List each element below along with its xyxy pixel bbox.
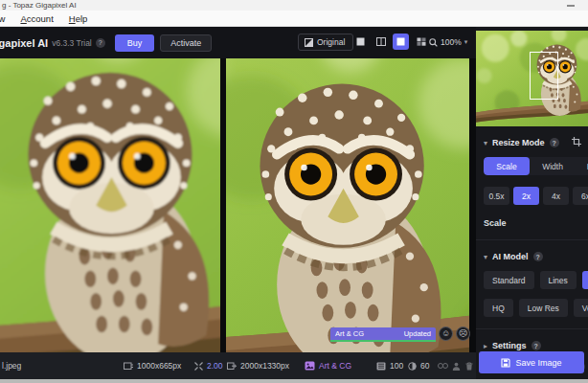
strength-value: 60: [420, 361, 429, 371]
resize-tabs: Scale Width Height: [484, 157, 588, 175]
menu-bar: View Account Help: [0, 11, 588, 27]
save-image-label: Save Image: [515, 358, 561, 368]
menu-help[interactable]: Help: [69, 13, 88, 24]
memory-stat-group: 100: [376, 352, 403, 379]
zoom-level: 100%: [441, 37, 462, 47]
buy-button[interactable]: Buy: [115, 34, 155, 52]
original-toggle-button[interactable]: Original: [298, 34, 353, 51]
original-image-pane[interactable]: [0, 58, 220, 352]
ai-model-title: AI Model: [492, 252, 529, 261]
preview-area: Art & CG Updated ☺ ☹: [0, 58, 476, 352]
minimize-button[interactable]: [567, 5, 575, 7]
model-progress-chip: Art & CG Updated: [330, 327, 436, 340]
resize-mode-title: Resize Mode: [492, 138, 545, 147]
scale-6x-button[interactable]: 6x: [573, 187, 588, 205]
progress-bar: [330, 340, 436, 342]
scale-4x-button[interactable]: 4x: [543, 187, 569, 205]
brand: Gigapixel AI v6.3.3 Trial ?: [0, 37, 105, 49]
model-indicator-group[interactable]: Art & CG: [305, 352, 351, 379]
original-label: Original: [317, 37, 345, 47]
settings-panel: ▾ Resize Mode ? Scale Width Height 0.5x …: [476, 27, 588, 379]
help-badge-icon[interactable]: ?: [533, 252, 543, 261]
settings-header[interactable]: ▸ Settings ?: [476, 341, 588, 350]
progress-status: Updated: [404, 329, 431, 338]
menu-view[interactable]: View: [0, 13, 5, 24]
tab-height[interactable]: Height: [576, 157, 588, 175]
tab-scale[interactable]: Scale: [484, 157, 530, 175]
tab-width[interactable]: Width: [530, 157, 576, 175]
scale-factor: 2.00: [207, 361, 223, 371]
trash-icon[interactable]: [465, 352, 473, 379]
help-badge-icon[interactable]: ?: [531, 341, 541, 350]
output-size-icon: [227, 362, 237, 371]
happy-face-icon[interactable]: ☺: [439, 327, 453, 341]
scale-presets: 0.5x 2x 4x 6x: [484, 187, 588, 205]
model-hq-button[interactable]: HQ: [484, 299, 513, 317]
side-by-side-view-icon: [396, 37, 405, 46]
model-standard-button[interactable]: Standard: [484, 271, 534, 289]
help-badge-icon[interactable]: ?: [96, 38, 105, 48]
output-size-group: 2000x1330px: [227, 352, 289, 379]
ai-model-header[interactable]: ▾ AI Model ?: [476, 252, 588, 261]
model-art-cg-button[interactable]: Art & CG: [582, 271, 588, 289]
progress-model-label: Art & CG: [335, 329, 364, 338]
comparison-view-icon: [417, 37, 426, 46]
status-bar: l.jpeg 1000x665px 2.00 2000x1330px Art &…: [0, 352, 476, 379]
gigapixel-window: g - Topaz Gigapixel AI View Account Help…: [0, 0, 588, 383]
desktop-strip: [0, 379, 588, 383]
single-view-icon: [356, 37, 365, 46]
navigator-thumbnail[interactable]: [476, 31, 588, 126]
magnifier-icon: [429, 38, 438, 47]
chevron-down-icon: ▾: [484, 253, 487, 261]
model-image-icon: [305, 361, 315, 371]
split-view-icon: [376, 37, 386, 46]
zoom-control[interactable]: 100% ▾: [425, 34, 471, 51]
processed-image-pane[interactable]: [226, 58, 469, 352]
chevron-down-icon: ▾: [464, 38, 468, 46]
model-label: Art & CG: [319, 361, 351, 371]
scale-field-label: Scale: [484, 218, 588, 228]
resize-mode-header[interactable]: ▾ Resize Mode ?: [476, 138, 588, 147]
input-size: 1000x665px: [137, 361, 181, 371]
chevron-right-icon: ▸: [484, 342, 487, 350]
divider: [476, 239, 588, 240]
divider: [476, 328, 588, 329]
strength-stat-group: 60: [408, 352, 429, 379]
activate-button[interactable]: Activate: [160, 34, 212, 52]
side-by-side-view-button[interactable]: [393, 34, 409, 50]
sad-face-icon[interactable]: ☹: [456, 327, 470, 341]
split-view-button[interactable]: [373, 34, 389, 50]
help-badge-icon[interactable]: ?: [550, 138, 559, 147]
model-low-res-button[interactable]: Low Res: [519, 299, 568, 317]
face-recovery-icon[interactable]: [438, 352, 448, 379]
save-image-button[interactable]: Save Image: [479, 351, 584, 373]
compare-icon: [305, 38, 313, 47]
single-view-button[interactable]: [352, 34, 369, 50]
memory-card-icon: [376, 362, 386, 371]
person-icon[interactable]: [452, 352, 461, 379]
scale-0-5x-button[interactable]: 0.5x: [484, 187, 509, 205]
model-row-1: Standard Lines Art & CG: [484, 271, 588, 289]
filename: l.jpeg: [2, 352, 21, 379]
input-size-group: 1000x665px: [124, 352, 181, 379]
scale-arrows-icon: [194, 362, 203, 371]
title-bar: g - Topaz Gigapixel AI: [0, 0, 588, 11]
window-title: g - Topaz Gigapixel AI: [2, 1, 77, 10]
crop-icon[interactable]: [572, 137, 581, 146]
output-size: 2000x1330px: [240, 361, 289, 371]
model-row-2: HQ Low Res Very Compressed: [484, 299, 588, 317]
chevron-down-icon: ▾: [484, 139, 487, 147]
save-disk-icon: [501, 358, 510, 368]
original-owl-image: [0, 58, 220, 352]
menu-account[interactable]: Account: [20, 13, 53, 24]
navigator-viewport-rect[interactable]: [530, 52, 558, 100]
scale-2x-button[interactable]: 2x: [513, 187, 539, 205]
brand-name: Gigapixel AI: [0, 37, 48, 49]
contrast-icon: [408, 362, 417, 371]
image-size-icon: [124, 362, 133, 371]
model-lines-button[interactable]: Lines: [540, 271, 577, 289]
settings-title: Settings: [492, 341, 527, 350]
processed-owl-image: [226, 58, 469, 352]
memory-value: 100: [390, 361, 403, 371]
model-very-compressed-button[interactable]: Very Compressed: [574, 299, 588, 317]
